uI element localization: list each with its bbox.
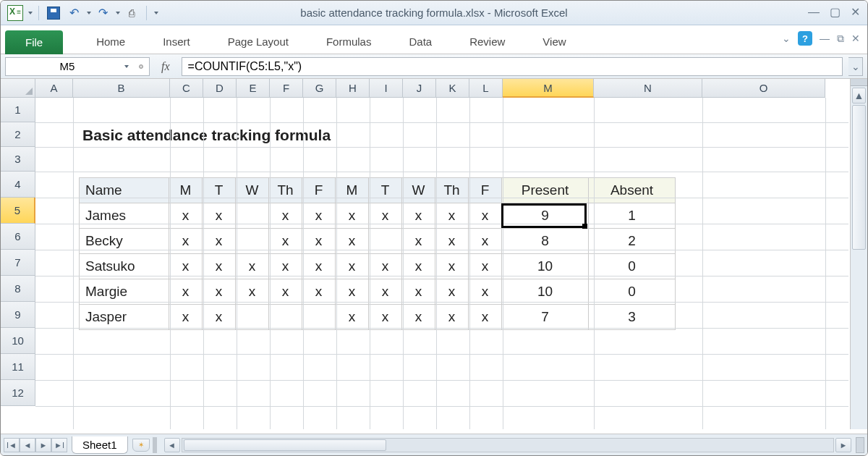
cell-mark[interactable]: x xyxy=(302,203,336,229)
sheet-nav-prev[interactable]: ◄ xyxy=(20,438,35,452)
qat-customize-caret[interactable] xyxy=(154,12,158,14)
minimize-button[interactable]: — xyxy=(808,6,820,19)
row-header-4[interactable]: 4 xyxy=(1,172,35,198)
horizontal-scrollbar[interactable]: ◄ ► xyxy=(164,437,851,453)
cell-mark[interactable]: x xyxy=(169,305,203,330)
cell-mark[interactable]: x xyxy=(369,305,402,330)
fx-label[interactable]: fx xyxy=(156,60,176,73)
cell-mark[interactable] xyxy=(302,305,336,330)
row-header-7[interactable]: 7 xyxy=(1,250,35,276)
col-header-I[interactable]: I xyxy=(370,79,403,98)
row-header-12[interactable]: 12 xyxy=(1,380,35,406)
tab-home[interactable]: Home xyxy=(77,30,144,54)
cell-mark[interactable]: x xyxy=(369,203,402,229)
col-header-H[interactable]: H xyxy=(336,79,370,98)
cell-mark[interactable]: x xyxy=(169,279,203,305)
col-header-G[interactable]: G xyxy=(303,79,336,98)
undo-button[interactable]: ↶ xyxy=(65,4,82,22)
sheet-nav-first[interactable]: I◄ xyxy=(4,438,20,452)
cell-mark[interactable]: x xyxy=(369,279,402,305)
cell-mark[interactable]: x xyxy=(203,279,236,305)
tab-data[interactable]: Data xyxy=(390,30,451,54)
tab-page-layout[interactable]: Page Layout xyxy=(209,30,307,54)
col-header-C[interactable]: C xyxy=(170,79,203,98)
cell-mark[interactable]: x xyxy=(236,279,269,305)
scroll-left-button[interactable]: ◄ xyxy=(164,438,180,452)
row-header-8[interactable]: 8 xyxy=(1,276,35,302)
row-header-2[interactable]: 2 xyxy=(1,122,35,147)
col-header-N[interactable]: N xyxy=(594,79,702,98)
undo-caret[interactable] xyxy=(87,12,91,14)
cell-mark[interactable]: x xyxy=(336,279,369,305)
ribbon-minimize-icon[interactable]: ⌄ xyxy=(782,33,791,44)
cells-area[interactable]: Basic attendance tracking formula NameMT… xyxy=(35,98,848,429)
cell-mark[interactable]: x xyxy=(203,203,236,229)
col-header-B[interactable]: B xyxy=(73,79,170,98)
row-header-1[interactable]: 1 xyxy=(1,98,35,122)
cell-name[interactable]: Margie xyxy=(80,279,169,305)
cell-mark[interactable] xyxy=(236,305,269,330)
hscroll-thumb[interactable] xyxy=(184,439,386,451)
close-button[interactable]: ✕ xyxy=(851,5,860,19)
worksheet-grid[interactable]: ABCDEFGHIJKLMNO 123456789101112 Basic at… xyxy=(1,79,867,429)
cell-present[interactable]: 10 xyxy=(502,279,589,305)
new-sheet-button[interactable]: ✶ xyxy=(132,439,150,452)
hsplit-handle[interactable] xyxy=(856,437,864,453)
select-all-corner[interactable] xyxy=(1,79,35,98)
maximize-button[interactable]: ▢ xyxy=(830,5,841,19)
redo-caret[interactable] xyxy=(116,12,120,14)
workbook-restore-button[interactable]: ⧉ xyxy=(837,33,844,45)
cell-mark[interactable]: x xyxy=(336,203,369,229)
row-header-11[interactable]: 11 xyxy=(1,354,35,380)
cell-mark[interactable]: x xyxy=(469,305,502,330)
tab-split-handle[interactable] xyxy=(153,437,157,453)
col-header-F[interactable]: F xyxy=(270,79,303,98)
print-button[interactable]: ⎙ xyxy=(123,4,140,22)
row-header-5[interactable]: 5 xyxy=(1,198,35,224)
help-icon[interactable]: ? xyxy=(798,31,812,46)
tab-formulas[interactable]: Formulas xyxy=(307,30,391,54)
scroll-right-button[interactable]: ► xyxy=(835,438,851,452)
sheet-tab-sheet1[interactable]: Sheet1 xyxy=(72,436,128,454)
col-header-O[interactable]: O xyxy=(702,79,825,98)
tab-view[interactable]: View xyxy=(524,30,584,54)
file-tab[interactable]: File xyxy=(5,30,63,54)
workbook-minimize-button[interactable]: — xyxy=(820,33,830,44)
cell-mark[interactable]: x xyxy=(469,279,502,305)
cell-absent[interactable]: 1 xyxy=(589,203,676,229)
cell-mark[interactable]: x xyxy=(336,305,369,330)
row-header-10[interactable]: 10 xyxy=(1,328,35,354)
name-box[interactable]: M5 xyxy=(5,57,150,76)
col-header-M[interactable]: M xyxy=(503,79,594,98)
scroll-up-button[interactable]: ▲ xyxy=(852,88,866,104)
col-header-E[interactable]: E xyxy=(237,79,270,98)
cell-name[interactable]: James xyxy=(80,203,169,229)
tab-insert[interactable]: Insert xyxy=(144,30,209,54)
sheet-nav-next[interactable]: ► xyxy=(35,438,51,452)
excel-logo-icon[interactable] xyxy=(7,4,24,22)
row-header-6[interactable]: 6 xyxy=(1,224,35,250)
col-header-J[interactable]: J xyxy=(403,79,436,98)
cell-mark[interactable]: x xyxy=(435,279,469,305)
col-header-A[interactable]: A xyxy=(35,79,73,98)
col-header-K[interactable]: K xyxy=(436,79,469,98)
cell-mark[interactable]: x xyxy=(435,305,469,330)
vscroll-thumb[interactable] xyxy=(852,105,866,250)
row-header-3[interactable]: 3 xyxy=(1,147,35,172)
formula-input[interactable]: =COUNTIF(C5:L5,"x") xyxy=(182,57,843,76)
col-header-L[interactable]: L xyxy=(469,79,503,98)
cell-mark[interactable]: x xyxy=(469,203,502,229)
cell-mark[interactable]: x xyxy=(302,279,336,305)
sheet-nav-last[interactable]: ►I xyxy=(51,438,67,452)
cell-mark[interactable]: x xyxy=(435,203,469,229)
cell-mark[interactable]: x xyxy=(402,279,435,305)
col-header-D[interactable]: D xyxy=(203,79,237,98)
row-header-9[interactable]: 9 xyxy=(1,302,35,328)
formula-expand-button[interactable]: ⌄ xyxy=(848,57,863,76)
cell-mark[interactable]: x xyxy=(169,203,203,229)
cell-mark[interactable]: x xyxy=(402,203,435,229)
cell-absent[interactable]: 3 xyxy=(589,305,676,330)
vertical-scrollbar[interactable]: ▲ xyxy=(850,79,867,429)
tab-review[interactable]: Review xyxy=(451,30,524,54)
cell-mark[interactable]: x xyxy=(402,305,435,330)
